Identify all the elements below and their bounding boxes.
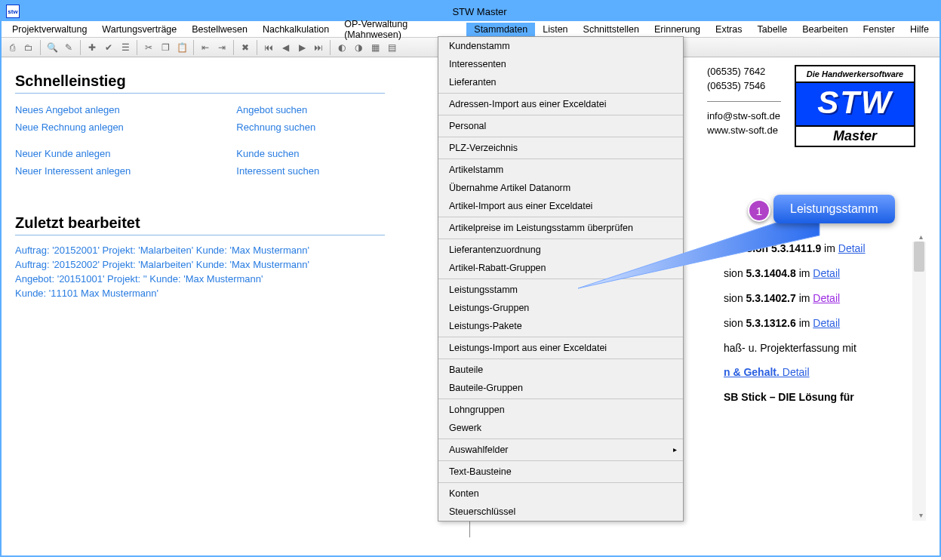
menu-hilfe[interactable]: Hilfe: [903, 23, 936, 36]
menu-item-konten[interactable]: Konten: [438, 485, 683, 503]
toolbar-separator: [233, 40, 234, 55]
scroll-up-icon[interactable]: ▴: [919, 232, 923, 241]
menu-tabelle[interactable]: Tabelle: [750, 23, 795, 36]
menu-separator: [438, 482, 683, 483]
menu-separator: [438, 460, 683, 461]
menu-nachkalkulation[interactable]: Nachkalkulation: [255, 23, 337, 36]
menu-wartungsvertr-ge[interactable]: Wartungsverträge: [94, 23, 184, 36]
prev-icon[interactable]: ◀: [278, 40, 293, 55]
delete-icon[interactable]: ✖: [238, 40, 253, 55]
tree-icon[interactable]: ☰: [118, 40, 133, 55]
callout-label: Leistungsstamm: [773, 195, 895, 223]
quicklink[interactable]: Neue Rechnung anlegen: [8, 118, 226, 136]
menu-separator: [438, 115, 683, 115]
menu-item-steuerschl-ssel[interactable]: Steuerschlüssel: [438, 503, 683, 521]
menu-separator: [438, 398, 683, 399]
contact-pane: (06535) 7642 (06535) 7546 info@stw-soft.…: [707, 65, 926, 147]
menu-listen[interactable]: Listen: [535, 23, 575, 36]
menu-item-bauteile[interactable]: Bauteile: [438, 361, 683, 379]
menu-item-auswahlfelder[interactable]: Auswahlfelder▸: [438, 441, 683, 459]
quicklink[interactable]: Angebot suchen: [229, 101, 395, 118]
news-item: n & Gehalt. Detail: [724, 365, 909, 380]
copy-icon[interactable]: ❐: [158, 40, 173, 55]
toolbar-separator: [80, 40, 81, 55]
menu-item-plz-verzeichnis[interactable]: PLZ-Verzeichnis: [438, 139, 683, 157]
paste-icon[interactable]: 📋: [174, 40, 189, 55]
menu-item-lohngruppen[interactable]: Lohngruppen: [438, 401, 683, 419]
menu-item-interessenten[interactable]: Interessenten: [438, 55, 683, 73]
toolbar-separator: [40, 40, 41, 55]
divider: [707, 101, 781, 102]
quicklink[interactable]: Neues Angebot anlegen: [8, 101, 226, 118]
print-icon[interactable]: ⎙: [5, 40, 20, 55]
menu-bestellwesen[interactable]: Bestellwesen: [184, 23, 255, 36]
grid-icon[interactable]: ▦: [367, 40, 383, 55]
menu-item-kundenstamm[interactable]: Kundenstamm: [438, 37, 683, 55]
news-link[interactable]: Detail: [813, 317, 840, 329]
next-icon[interactable]: ▶: [294, 40, 309, 55]
quicklink[interactable]: Interessent suchen: [229, 162, 395, 180]
last-icon[interactable]: ⏭: [311, 40, 326, 55]
menu-erinnerung[interactable]: Erinnerung: [647, 23, 708, 36]
menu-item-leistungs-import-aus-einer-exceldatei[interactable]: Leistungs-Import aus einer Exceldatei: [438, 339, 683, 357]
news-item: haß- u. Projekterfassung mit: [724, 341, 909, 355]
menu-separator: [438, 337, 683, 337]
menu-item--bernahme-artikel-datanorm[interactable]: Übernahme Artikel Datanorm: [438, 179, 683, 197]
indent-left-icon[interactable]: ⇤: [198, 40, 213, 55]
cut-icon[interactable]: ✂: [141, 40, 156, 55]
menu-separator: [438, 93, 683, 94]
menu-schnittstellen[interactable]: Schnittstellen: [576, 23, 647, 36]
menu-item-text-bausteine[interactable]: Text-Bausteine: [438, 463, 683, 481]
menu-projektverwaltung[interactable]: Projektverwaltung: [5, 23, 94, 36]
quicklink[interactable]: Rechnung suchen: [229, 118, 395, 136]
menu-item-personal[interactable]: Personal: [438, 117, 683, 135]
submenu-arrow-icon: ▸: [673, 445, 677, 454]
folder-icon[interactable]: 🗀: [21, 40, 36, 55]
menu-item-artikelstamm[interactable]: Artikelstamm: [438, 161, 683, 179]
menu-bearbeiten[interactable]: Bearbeiten: [795, 23, 855, 36]
menu-fenster[interactable]: Fenster: [856, 23, 903, 36]
logo: Die Handwerkersoftware STW Master: [795, 65, 915, 147]
check-icon[interactable]: ✔: [101, 40, 116, 55]
menu-item-leistungs-pakete[interactable]: Leistungs-Pakete: [438, 317, 683, 335]
menu-separator: [438, 358, 683, 359]
logo-sub: Master: [796, 125, 914, 146]
menu-separator: [438, 158, 683, 159]
menu-item-gewerk[interactable]: Gewerk: [438, 419, 683, 437]
logo-tagline: Die Handwerkersoftware: [796, 66, 914, 83]
contact-info: (06535) 7642 (06535) 7546 info@stw-soft.…: [707, 65, 781, 137]
menu-stammdaten[interactable]: Stammdaten: [466, 23, 535, 36]
quicklink[interactable]: Neuer Kunde anlegen: [8, 145, 226, 162]
toolbar-separator: [257, 40, 257, 55]
new-icon[interactable]: ✚: [85, 40, 100, 55]
menu-item-lieferanten[interactable]: Lieferanten: [438, 73, 683, 91]
quicklink[interactable]: Neuer Interessent anlegen: [8, 162, 226, 180]
scrollbar-thumb[interactable]: [914, 242, 924, 272]
news-link[interactable]: Detail: [780, 366, 810, 378]
spacer: [229, 136, 395, 145]
globe-icon[interactable]: ◐: [334, 40, 349, 55]
scroll-down-icon[interactable]: ▾: [919, 511, 923, 519]
menu-separator: [438, 438, 683, 439]
app-icon: stw: [6, 5, 20, 18]
news-item: SB Stick – DIE Lösung für: [724, 390, 909, 405]
toolbar-separator: [137, 40, 137, 55]
menu-item-leistungs-gruppen[interactable]: Leistungs-Gruppen: [438, 299, 683, 317]
logo-brand: STW: [796, 83, 914, 125]
phone-1: (06535) 7642: [707, 65, 781, 79]
contact-email: info@stw-soft.de: [707, 109, 781, 124]
quicklink[interactable]: Kunde suchen: [229, 145, 395, 162]
callout: 1 Leistungsstamm: [773, 195, 895, 223]
search-icon[interactable]: 🔍: [45, 40, 60, 55]
news-link[interactable]: Detail: [838, 242, 866, 254]
menu-item-bauteile-gruppen[interactable]: Bauteile-Gruppen: [438, 379, 683, 397]
menu-separator: [438, 137, 683, 137]
menu-extras[interactable]: Extras: [708, 23, 749, 36]
titlebar: stw STW Master: [2, 2, 939, 21]
grid2-icon[interactable]: ▤: [384, 40, 399, 55]
indent-right-icon[interactable]: ⇥: [214, 40, 229, 55]
first-icon[interactable]: ⏮: [261, 40, 276, 55]
edit-icon[interactable]: ✎: [61, 40, 76, 55]
menu-item-adressen-import-aus-einer-exceldatei[interactable]: Adressen-Import aus einer Exceldatei: [438, 95, 683, 113]
globe2-icon[interactable]: ◑: [351, 40, 366, 55]
